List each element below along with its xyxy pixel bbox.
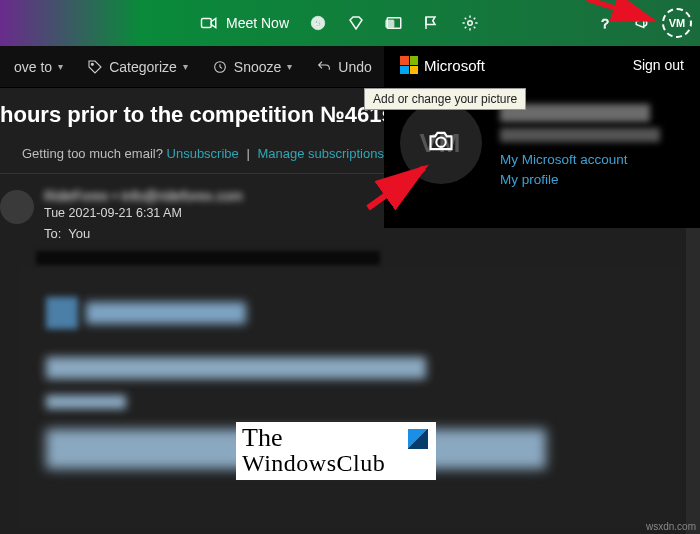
question-icon: ? — [596, 14, 614, 32]
vertical-scrollbar[interactable] — [686, 228, 700, 534]
skype-button[interactable]: S — [299, 0, 337, 46]
watermark-logo-icon — [408, 429, 428, 449]
recipient-line: To: You — [44, 226, 700, 241]
body-text-blurred — [46, 395, 126, 409]
outlook-button[interactable] — [375, 0, 413, 46]
undo-button[interactable]: Undo — [306, 46, 381, 87]
body-logo-blurred — [46, 297, 246, 329]
avatar-initials: VM — [669, 17, 686, 29]
skype-icon: S — [309, 14, 327, 32]
settings-button[interactable] — [451, 0, 489, 46]
chevron-down-icon: ▾ — [58, 61, 63, 72]
account-avatar-button[interactable]: VM — [662, 8, 692, 38]
svg-point-9 — [436, 138, 445, 147]
redacted-strip — [36, 251, 380, 265]
chevron-down-icon: ▾ — [183, 61, 188, 72]
svg-rect-0 — [202, 19, 212, 28]
svg-rect-4 — [386, 20, 394, 28]
meet-now-label: Meet Now — [226, 15, 289, 31]
checkflag-icon — [423, 14, 441, 32]
gear-icon — [461, 14, 479, 32]
mail-app-icon — [385, 14, 403, 32]
camera-icon — [427, 129, 455, 157]
profile-picture-button[interactable]: VM — [400, 102, 482, 184]
undo-icon — [316, 59, 332, 75]
email-body — [20, 267, 680, 527]
body-heading-blurred — [46, 357, 426, 379]
unsubscribe-link[interactable]: Unsubscribe — [167, 146, 239, 161]
sender-avatar — [0, 190, 34, 224]
my-microsoft-account-link[interactable]: My Microsoft account — [500, 152, 684, 167]
svg-text:?: ? — [601, 16, 609, 31]
banner-lead: Getting too much email? — [22, 146, 163, 161]
account-email-blurred — [500, 128, 660, 142]
megaphone-icon — [634, 14, 652, 32]
wallpaper-rainbow — [0, 0, 180, 46]
windowsclub-watermark: The WindowsClub — [236, 422, 436, 480]
microsoft-logo-icon — [400, 56, 418, 74]
video-icon — [200, 14, 218, 32]
sign-out-link[interactable]: Sign out — [633, 57, 684, 73]
move-to-button[interactable]: ove to▾ — [4, 46, 73, 87]
snooze-button[interactable]: Snooze▾ — [202, 46, 302, 87]
clock-icon — [212, 59, 228, 75]
source-watermark: wsxdn.com — [646, 521, 696, 532]
my-profile-link[interactable]: My profile — [500, 172, 684, 187]
meet-now-button[interactable]: Meet Now — [190, 0, 299, 46]
chevron-down-icon: ▾ — [287, 61, 292, 72]
todo-button[interactable] — [413, 0, 451, 46]
separator: | — [246, 146, 249, 161]
svg-point-7 — [91, 63, 93, 65]
microsoft-logo: Microsoft — [400, 56, 485, 74]
tag-icon — [87, 59, 103, 75]
svg-point-5 — [468, 21, 473, 26]
profile-picture-tooltip: Add or change your picture — [364, 88, 526, 110]
announcements-button[interactable] — [624, 0, 662, 46]
diamond-icon — [347, 14, 365, 32]
account-flyout: Microsoft Sign out VM My Microsoft accou… — [384, 46, 700, 228]
manage-subscriptions-link[interactable]: Manage subscriptions — [257, 146, 383, 161]
svg-text:S: S — [315, 18, 321, 28]
premium-button[interactable] — [337, 0, 375, 46]
categorize-button[interactable]: Categorize▾ — [77, 46, 198, 87]
window-topbar: Meet Now S ? VM — [0, 0, 700, 46]
help-button[interactable]: ? — [586, 0, 624, 46]
